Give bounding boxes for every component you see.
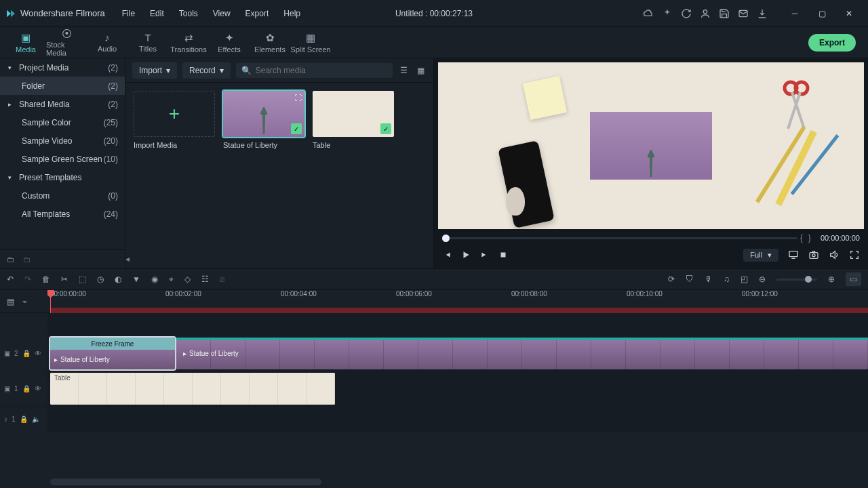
speed-button[interactable]: ◷ bbox=[97, 274, 104, 284]
refresh-icon[interactable] bbox=[681, 8, 692, 19]
marker-button[interactable]: ◇ bbox=[184, 274, 191, 284]
import-media-tile[interactable]: + Import Media bbox=[134, 91, 215, 149]
preview-viewport[interactable] bbox=[438, 62, 864, 229]
mail-icon[interactable] bbox=[738, 8, 749, 19]
download-icon[interactable] bbox=[757, 8, 768, 19]
mark-out-icon[interactable]: } bbox=[806, 233, 814, 243]
new-folder-icon[interactable]: 🗀 bbox=[7, 255, 15, 264]
media-item-table[interactable]: ✓ Table bbox=[313, 91, 394, 149]
save-icon[interactable] bbox=[719, 8, 730, 19]
audio-mixer-button[interactable]: ⎚ bbox=[220, 274, 224, 284]
sidebar-project-media[interactable]: ▾Project Media(2) bbox=[0, 58, 125, 77]
record-dropdown[interactable]: Record▾ bbox=[182, 62, 231, 79]
tab-split-screen[interactable]: ▦Split Screen bbox=[290, 27, 331, 58]
tab-media[interactable]: ▣Media bbox=[5, 27, 46, 58]
keyframe-button[interactable]: ◉ bbox=[151, 274, 158, 284]
next-frame-button[interactable] bbox=[480, 250, 490, 260]
timeline-ruler[interactable]: 00:00:00:00 00:00:02:00 00:00:04:00 00:0… bbox=[47, 290, 868, 313]
timeline-options-icon[interactable]: ▤ bbox=[7, 297, 14, 306]
tab-stock-media[interactable]: ⦿Stock Media bbox=[46, 27, 87, 58]
tab-titles[interactable]: TTitles bbox=[127, 27, 168, 58]
sidebar-shared-media[interactable]: ▸Shared Media(2) bbox=[0, 95, 125, 113]
menu-help[interactable]: Help bbox=[279, 6, 305, 21]
menu-tools[interactable]: Tools bbox=[174, 6, 203, 21]
split-button[interactable]: ✂ bbox=[61, 274, 68, 284]
caption-button[interactable]: ◰ bbox=[741, 274, 748, 284]
lock-icon[interactable]: 🔒 bbox=[20, 415, 28, 423]
tab-transitions[interactable]: ⇄Transitions bbox=[168, 27, 209, 58]
menu-export[interactable]: Export bbox=[241, 6, 274, 21]
collapse-sidebar-icon[interactable]: ◂ bbox=[125, 254, 130, 264]
adjust-button[interactable]: ☷ bbox=[201, 274, 209, 284]
display-icon[interactable] bbox=[788, 249, 799, 260]
search-field[interactable]: 🔍 bbox=[236, 63, 393, 78]
menu-file[interactable]: File bbox=[117, 6, 140, 21]
redo-button[interactable]: ↷ bbox=[24, 274, 31, 284]
sparkle-icon[interactable] bbox=[662, 8, 673, 19]
lock-icon[interactable]: 🔒 bbox=[22, 385, 31, 392]
render-button[interactable]: ⟳ bbox=[668, 274, 675, 284]
filter-icon[interactable]: ☰ bbox=[398, 64, 410, 77]
folder-icon[interactable]: 🗀 bbox=[23, 255, 31, 264]
crop-button[interactable]: ⬚ bbox=[79, 274, 86, 284]
import-dropdown[interactable]: Import▾ bbox=[132, 62, 177, 79]
zoom-in-button[interactable]: ⊕ bbox=[828, 274, 835, 284]
mute-icon[interactable]: 🔈 bbox=[32, 415, 40, 423]
track-v2[interactable]: ▣2🔒👁 Freeze Frame ▸Statue of Liberty ▸St… bbox=[0, 336, 868, 371]
close-button[interactable]: ✕ bbox=[835, 3, 863, 24]
play-button[interactable] bbox=[461, 250, 471, 260]
magnet-icon[interactable]: ⌁ bbox=[22, 297, 27, 306]
playhead[interactable] bbox=[50, 290, 51, 313]
prev-frame-button[interactable] bbox=[442, 250, 452, 260]
sidebar-all-templates[interactable]: All Templates(24) bbox=[0, 205, 125, 223]
search-input[interactable] bbox=[256, 66, 387, 75]
eye-icon[interactable]: 👁 bbox=[35, 385, 41, 392]
media-sidebar: ▾Project Media(2) Folder(2) ▸Shared Medi… bbox=[0, 58, 125, 268]
maximize-button[interactable]: ▢ bbox=[808, 3, 835, 24]
voiceover-button[interactable]: 🎙 bbox=[705, 274, 713, 284]
zoom-out-button[interactable]: ⊖ bbox=[759, 274, 766, 284]
export-button[interactable]: Export bbox=[808, 34, 856, 52]
mark-in-icon[interactable]: { bbox=[797, 233, 806, 243]
grid-view-icon[interactable]: ▦ bbox=[415, 64, 427, 77]
menu-edit[interactable]: Edit bbox=[145, 6, 169, 21]
track-a1[interactable]: ♪1🔒🔈 bbox=[0, 407, 868, 432]
menu-view[interactable]: View bbox=[208, 6, 235, 21]
track-v1[interactable]: ▣1🔒👁 Table bbox=[0, 371, 868, 407]
clip-freeze-frame[interactable]: Freeze Frame ▸Statue of Liberty bbox=[50, 338, 175, 369]
green-screen-button[interactable]: ▼ bbox=[132, 274, 140, 284]
minimize-button[interactable]: ─ bbox=[781, 3, 808, 24]
zoom-slider[interactable] bbox=[776, 279, 817, 281]
eye-icon[interactable]: 👁 bbox=[35, 350, 41, 357]
clip-table[interactable]: Table bbox=[50, 373, 335, 405]
volume-icon[interactable] bbox=[829, 249, 840, 260]
sidebar-custom[interactable]: Custom(0) bbox=[0, 186, 125, 205]
tab-effects[interactable]: ✦Effects bbox=[209, 27, 250, 58]
snapshot-icon[interactable] bbox=[808, 249, 819, 260]
tab-audio[interactable]: ♪Audio bbox=[87, 27, 127, 58]
delete-button[interactable]: 🗑 bbox=[42, 274, 50, 284]
sidebar-sample-color[interactable]: Sample Color(25) bbox=[0, 113, 125, 131]
lock-icon[interactable]: 🔒 bbox=[22, 350, 31, 357]
sidebar-folder[interactable]: Folder(2) bbox=[0, 77, 125, 95]
color-button[interactable]: ◐ bbox=[115, 274, 121, 284]
chevron-down-icon: ▾ bbox=[768, 251, 772, 260]
media-item-statue[interactable]: ⛶✓ Statue of Liberty bbox=[223, 91, 304, 149]
zoom-fit-button[interactable]: ▭ bbox=[846, 272, 861, 286]
safe-zone-button[interactable]: ⛉ bbox=[686, 274, 694, 284]
fullscreen-icon[interactable] bbox=[849, 249, 860, 260]
quality-dropdown[interactable]: Full▾ bbox=[743, 249, 778, 262]
stop-button[interactable] bbox=[499, 251, 507, 259]
motion-tracking-button[interactable]: ⌖ bbox=[169, 274, 174, 284]
account-icon[interactable] bbox=[700, 8, 711, 19]
audio-ducking-button[interactable]: ♫ bbox=[724, 274, 730, 284]
tab-elements[interactable]: ✿Elements bbox=[250, 27, 290, 58]
undo-button[interactable]: ↶ bbox=[7, 274, 14, 284]
timeline-horizontal-scrollbar[interactable] bbox=[50, 479, 321, 485]
preview-scrubber[interactable]: { } 00:00:00:00 bbox=[438, 232, 864, 244]
clip-statue-of-liberty[interactable]: ▸Statue of Liberty bbox=[176, 338, 868, 369]
sidebar-sample-green-screen[interactable]: Sample Green Screen(10) bbox=[0, 150, 125, 168]
cloud-icon[interactable] bbox=[643, 8, 654, 19]
sidebar-sample-video[interactable]: Sample Video(20) bbox=[0, 131, 125, 150]
sidebar-preset-templates[interactable]: ▾Preset Templates bbox=[0, 168, 125, 186]
